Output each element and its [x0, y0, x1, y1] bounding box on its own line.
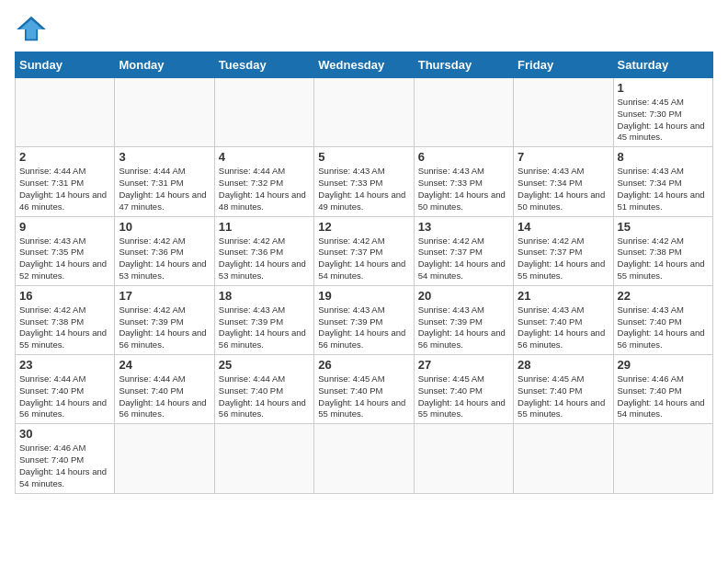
day-number: 6: [418, 150, 509, 164]
calendar-empty-cell: [514, 424, 613, 493]
calendar-day-12: 12Sunrise: 4:42 AM Sunset: 7:37 PM Dayli…: [314, 216, 414, 285]
day-info: Sunrise: 4:42 AM Sunset: 7:37 PM Dayligh…: [318, 236, 409, 282]
calendar-empty-cell: [414, 78, 513, 147]
day-number: 28: [518, 358, 609, 372]
calendar-day-30: 30Sunrise: 4:46 AM Sunset: 7:40 PM Dayli…: [16, 424, 115, 493]
calendar-empty-cell: [115, 78, 214, 147]
calendar-day-29: 29Sunrise: 4:46 AM Sunset: 7:40 PM Dayli…: [613, 355, 712, 424]
calendar-empty-cell: [214, 424, 313, 493]
calendar-empty-cell: [115, 424, 214, 493]
day-number: 5: [318, 150, 409, 164]
calendar-day-7: 7Sunrise: 4:43 AM Sunset: 7:34 PM Daylig…: [514, 147, 613, 216]
day-info: Sunrise: 4:45 AM Sunset: 7:30 PM Dayligh…: [618, 97, 709, 144]
calendar-week-row: 9Sunrise: 4:43 AM Sunset: 7:35 PM Daylig…: [16, 216, 713, 285]
day-number: 12: [318, 220, 409, 234]
calendar-day-9: 9Sunrise: 4:43 AM Sunset: 7:35 PM Daylig…: [16, 216, 115, 285]
day-number: 3: [119, 150, 210, 164]
day-info: Sunrise: 4:44 AM Sunset: 7:40 PM Dayligh…: [219, 373, 310, 420]
day-info: Sunrise: 4:45 AM Sunset: 7:40 PM Dayligh…: [318, 373, 409, 420]
logo: [15, 15, 51, 42]
calendar-day-2: 2Sunrise: 4:44 AM Sunset: 7:31 PM Daylig…: [16, 147, 115, 216]
day-info: Sunrise: 4:43 AM Sunset: 7:39 PM Dayligh…: [219, 304, 310, 351]
day-info: Sunrise: 4:43 AM Sunset: 7:35 PM Dayligh…: [19, 236, 110, 282]
day-number: 23: [19, 358, 110, 372]
day-number: 18: [219, 289, 310, 303]
logo-icon: [15, 15, 48, 42]
day-number: 15: [618, 220, 709, 234]
calendar-day-21: 21Sunrise: 4:43 AM Sunset: 7:40 PM Dayli…: [514, 285, 613, 354]
day-info: Sunrise: 4:44 AM Sunset: 7:40 PM Dayligh…: [19, 373, 110, 420]
day-number: 8: [618, 150, 709, 164]
calendar-day-5: 5Sunrise: 4:43 AM Sunset: 7:33 PM Daylig…: [314, 147, 414, 216]
calendar-table: SundayMondayTuesdayWednesdayThursdayFrid…: [15, 52, 713, 494]
calendar-day-1: 1Sunrise: 4:45 AM Sunset: 7:30 PM Daylig…: [613, 78, 712, 147]
day-info: Sunrise: 4:43 AM Sunset: 7:34 PM Dayligh…: [518, 166, 609, 213]
calendar-day-25: 25Sunrise: 4:44 AM Sunset: 7:40 PM Dayli…: [214, 355, 313, 424]
calendar-day-3: 3Sunrise: 4:44 AM Sunset: 7:31 PM Daylig…: [115, 147, 214, 216]
weekday-header-friday: Friday: [514, 52, 613, 78]
day-number: 27: [418, 358, 509, 372]
day-number: 2: [19, 150, 110, 164]
day-info: Sunrise: 4:44 AM Sunset: 7:31 PM Dayligh…: [119, 166, 210, 213]
day-number: 11: [219, 220, 310, 234]
day-info: Sunrise: 4:42 AM Sunset: 7:38 PM Dayligh…: [19, 304, 110, 351]
calendar-day-16: 16Sunrise: 4:42 AM Sunset: 7:38 PM Dayli…: [16, 285, 115, 354]
day-number: 21: [518, 289, 609, 303]
weekday-header-thursday: Thursday: [414, 52, 513, 78]
day-number: 26: [318, 358, 409, 372]
day-info: Sunrise: 4:42 AM Sunset: 7:37 PM Dayligh…: [518, 236, 609, 282]
day-info: Sunrise: 4:45 AM Sunset: 7:40 PM Dayligh…: [418, 373, 509, 420]
calendar-week-row: 23Sunrise: 4:44 AM Sunset: 7:40 PM Dayli…: [16, 355, 713, 424]
calendar-day-23: 23Sunrise: 4:44 AM Sunset: 7:40 PM Dayli…: [16, 355, 115, 424]
calendar-day-4: 4Sunrise: 4:44 AM Sunset: 7:32 PM Daylig…: [214, 147, 313, 216]
calendar-day-13: 13Sunrise: 4:42 AM Sunset: 7:37 PM Dayli…: [414, 216, 513, 285]
calendar-day-18: 18Sunrise: 4:43 AM Sunset: 7:39 PM Dayli…: [214, 285, 313, 354]
day-number: 30: [19, 427, 110, 441]
day-number: 19: [318, 289, 409, 303]
calendar-empty-cell: [613, 424, 712, 493]
day-info: Sunrise: 4:44 AM Sunset: 7:40 PM Dayligh…: [119, 373, 210, 420]
calendar-empty-cell: [514, 78, 613, 147]
calendar-week-row: 30Sunrise: 4:46 AM Sunset: 7:40 PM Dayli…: [16, 424, 713, 493]
day-info: Sunrise: 4:42 AM Sunset: 7:37 PM Dayligh…: [418, 236, 509, 282]
calendar-day-6: 6Sunrise: 4:43 AM Sunset: 7:33 PM Daylig…: [414, 147, 513, 216]
calendar-week-row: 1Sunrise: 4:45 AM Sunset: 7:30 PM Daylig…: [16, 78, 713, 147]
day-number: 20: [418, 289, 509, 303]
header: [15, 15, 713, 42]
day-info: Sunrise: 4:43 AM Sunset: 7:34 PM Dayligh…: [618, 166, 709, 213]
calendar-day-15: 15Sunrise: 4:42 AM Sunset: 7:38 PM Dayli…: [613, 216, 712, 285]
calendar-empty-cell: [314, 78, 414, 147]
day-number: 9: [19, 220, 110, 234]
day-number: 4: [219, 150, 310, 164]
calendar-empty-cell: [314, 424, 414, 493]
calendar-empty-cell: [414, 424, 513, 493]
day-info: Sunrise: 4:46 AM Sunset: 7:40 PM Dayligh…: [618, 373, 709, 420]
day-info: Sunrise: 4:43 AM Sunset: 7:40 PM Dayligh…: [518, 304, 609, 351]
day-info: Sunrise: 4:43 AM Sunset: 7:39 PM Dayligh…: [318, 304, 409, 351]
day-info: Sunrise: 4:43 AM Sunset: 7:39 PM Dayligh…: [418, 304, 509, 351]
calendar-day-17: 17Sunrise: 4:42 AM Sunset: 7:39 PM Dayli…: [115, 285, 214, 354]
day-info: Sunrise: 4:43 AM Sunset: 7:33 PM Dayligh…: [318, 166, 409, 213]
day-info: Sunrise: 4:44 AM Sunset: 7:32 PM Dayligh…: [219, 166, 310, 213]
calendar-day-14: 14Sunrise: 4:42 AM Sunset: 7:37 PM Dayli…: [514, 216, 613, 285]
day-info: Sunrise: 4:43 AM Sunset: 7:40 PM Dayligh…: [618, 304, 709, 351]
calendar-week-row: 16Sunrise: 4:42 AM Sunset: 7:38 PM Dayli…: [16, 285, 713, 354]
day-number: 22: [618, 289, 709, 303]
calendar-day-11: 11Sunrise: 4:42 AM Sunset: 7:36 PM Dayli…: [214, 216, 313, 285]
calendar-day-24: 24Sunrise: 4:44 AM Sunset: 7:40 PM Dayli…: [115, 355, 214, 424]
day-number: 25: [219, 358, 310, 372]
calendar-day-28: 28Sunrise: 4:45 AM Sunset: 7:40 PM Dayli…: [514, 355, 613, 424]
day-number: 14: [518, 220, 609, 234]
day-number: 7: [518, 150, 609, 164]
calendar-empty-cell: [214, 78, 313, 147]
calendar-week-row: 2Sunrise: 4:44 AM Sunset: 7:31 PM Daylig…: [16, 147, 713, 216]
weekday-header-tuesday: Tuesday: [214, 52, 313, 78]
calendar-day-19: 19Sunrise: 4:43 AM Sunset: 7:39 PM Dayli…: [314, 285, 414, 354]
calendar-day-8: 8Sunrise: 4:43 AM Sunset: 7:34 PM Daylig…: [613, 147, 712, 216]
day-info: Sunrise: 4:45 AM Sunset: 7:40 PM Dayligh…: [518, 373, 609, 420]
svg-marker-1: [20, 19, 43, 39]
weekday-header-row: SundayMondayTuesdayWednesdayThursdayFrid…: [16, 52, 713, 78]
day-number: 10: [119, 220, 210, 234]
weekday-header-wednesday: Wednesday: [314, 52, 414, 78]
calendar-day-20: 20Sunrise: 4:43 AM Sunset: 7:39 PM Dayli…: [414, 285, 513, 354]
